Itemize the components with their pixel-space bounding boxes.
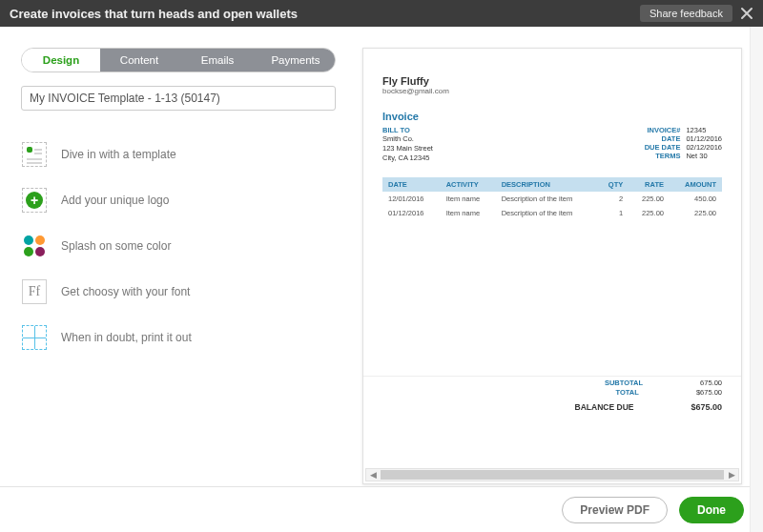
- bill-to-label: BILL TO: [382, 126, 433, 134]
- subtotal-value: 675.00: [700, 379, 722, 387]
- option-print-label: When in doubt, print it out: [61, 331, 192, 344]
- tab-content[interactable]: Content: [100, 49, 178, 72]
- invoice-doc-title: Invoice: [382, 111, 433, 122]
- vertical-scrollbar[interactable]: [750, 27, 763, 532]
- col-date: DATE: [382, 177, 441, 192]
- preview-pdf-button[interactable]: Preview PDF: [562, 497, 668, 523]
- option-font-label: Get choosy with your font: [61, 285, 190, 298]
- invoice-meta: INVOICE#12345 DATE01/12/2016 DUE DATE02/…: [630, 111, 722, 162]
- option-logo-label: Add your unique logo: [61, 194, 169, 207]
- bill-to-street: 123 Main Street: [382, 144, 433, 153]
- col-description: DESCRIPTION: [496, 177, 597, 192]
- header-actions: Share feedback: [640, 5, 753, 22]
- invoice-totals: SUBTOTAL675.00 TOTAL$675.00 BALANCE DUE$…: [575, 379, 722, 413]
- meta-date-label: DATE: [630, 134, 680, 143]
- subtotal-label: SUBTOTAL: [605, 379, 643, 387]
- col-amount: AMOUNT: [670, 177, 722, 192]
- meta-terms-label: TERMS: [630, 152, 680, 160]
- font-icon: Ff: [21, 278, 48, 305]
- tab-emails[interactable]: Emails: [178, 49, 257, 72]
- invoice-line-table: DATE ACTIVITY DESCRIPTION QTY RATE AMOUN…: [382, 177, 722, 220]
- tab-design[interactable]: Design: [22, 49, 100, 72]
- color-palette-icon: [21, 233, 48, 259]
- bill-to-name: Smith Co.: [382, 134, 433, 144]
- invoice-preview-container: Fly Fluffy bockse@gmail.com Invoice BILL…: [362, 48, 742, 484]
- col-qty: QTY: [597, 177, 629, 192]
- page-title: Create invoices that turn heads and open…: [10, 7, 298, 21]
- option-color[interactable]: Splash on some color: [21, 223, 336, 269]
- total-label: TOTAL: [616, 388, 639, 397]
- company-name: Fly Fluffy: [382, 75, 722, 87]
- option-print[interactable]: When in doubt, print it out: [21, 315, 336, 360]
- print-margins-icon: [21, 324, 48, 351]
- option-template[interactable]: Dive in with a template: [21, 132, 336, 177]
- table-row: 12/01/2016 Item name Description of the …: [382, 192, 722, 206]
- horizontal-scrollbar[interactable]: ◀ ▶: [365, 468, 739, 481]
- meta-terms-value: Net 30: [686, 152, 707, 160]
- meta-invoice-value: 12345: [686, 126, 706, 134]
- scroll-right-icon[interactable]: ▶: [725, 470, 738, 480]
- company-email: bockse@gmail.com: [382, 87, 722, 95]
- col-activity: ACTIVITY: [441, 177, 496, 192]
- meta-due-label: DUE DATE: [630, 143, 680, 152]
- close-icon[interactable]: [740, 7, 753, 20]
- main-area: Design Content Emails Payments Dive in w…: [0, 27, 763, 484]
- balance-value: $675.00: [691, 402, 722, 412]
- balance-label: BALANCE DUE: [575, 402, 634, 412]
- template-name-input[interactable]: [21, 86, 336, 111]
- invoice-header: Invoice BILL TO Smith Co. 123 Main Stree…: [382, 111, 722, 162]
- template-icon: [21, 141, 48, 168]
- option-font[interactable]: Ff Get choosy with your font: [21, 269, 336, 315]
- page-header: Create invoices that turn heads and open…: [0, 0, 763, 27]
- table-row: 01/12/2016 Item name Description of the …: [382, 206, 722, 220]
- tab-payments[interactable]: Payments: [257, 49, 335, 72]
- option-template-label: Dive in with a template: [61, 148, 176, 161]
- option-logo[interactable]: + Add your unique logo: [21, 177, 336, 223]
- bill-to-city: City, CA 12345: [382, 153, 433, 163]
- divider: [363, 376, 741, 377]
- done-button[interactable]: Done: [679, 497, 744, 523]
- total-value: $675.00: [696, 388, 722, 397]
- meta-date-value: 01/12/2016: [686, 134, 722, 143]
- page-footer: Preview PDF Done: [0, 486, 763, 532]
- share-feedback-button[interactable]: Share feedback: [640, 5, 732, 22]
- design-panel: Design Content Emails Payments Dive in w…: [21, 48, 336, 484]
- add-logo-icon: +: [21, 187, 48, 214]
- meta-invoice-label: INVOICE#: [630, 126, 680, 134]
- invoice-preview: Fly Fluffy bockse@gmail.com Invoice BILL…: [362, 48, 742, 484]
- option-color-label: Splash on some color: [61, 239, 171, 253]
- meta-due-value: 02/12/2016: [686, 143, 722, 152]
- tab-bar: Design Content Emails Payments: [21, 48, 336, 72]
- scroll-left-icon[interactable]: ◀: [366, 470, 380, 480]
- col-rate: RATE: [629, 177, 670, 192]
- scroll-thumb[interactable]: [381, 470, 724, 480]
